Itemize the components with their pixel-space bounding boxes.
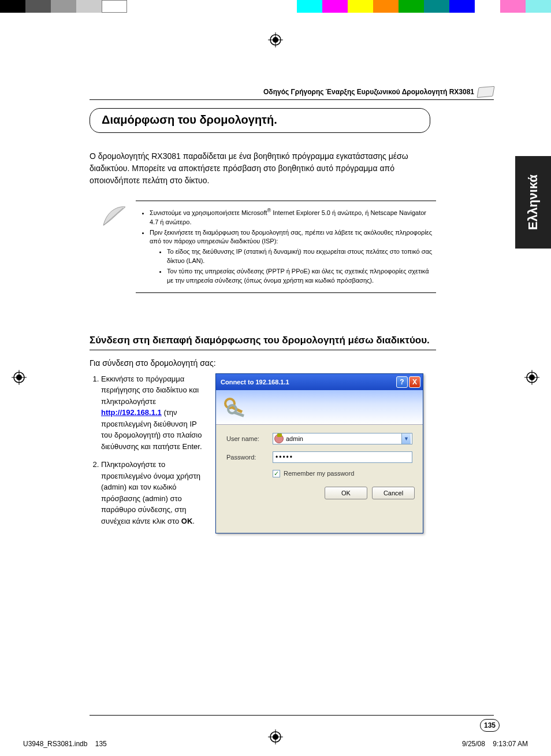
password-field[interactable]: ••••• xyxy=(273,451,412,463)
connect-intro: Για σύνδεση στο δρομολογητή σας: xyxy=(90,358,494,368)
section-title: Διαμόρφωση του δρομολογητή. xyxy=(90,108,430,133)
registration-mark-icon xyxy=(524,370,539,385)
intro-paragraph: Ο δρομολογητής RX3081 παραδίδεται με ένα… xyxy=(90,150,436,187)
cancel-button[interactable]: Cancel xyxy=(372,487,415,499)
username-field[interactable]: admin ▼ xyxy=(273,433,412,444)
print-colorbar-left xyxy=(0,0,127,13)
login-dialog: Connect to 192.168.1.1 ? X User name: ad… xyxy=(215,373,423,534)
step-1: Εκκινήστε το πρόγραμμα περιήγησης στο δι… xyxy=(101,373,205,453)
dialog-banner xyxy=(216,390,423,425)
note-subbullet-1: Το είδος της διεύθυνσης IP (στατική ή δυ… xyxy=(167,247,436,266)
password-label: Password: xyxy=(226,454,273,461)
feather-icon xyxy=(101,205,126,228)
footer-pagenum: 135 xyxy=(95,740,107,748)
note-bullet-1: Συνιστούμε να χρησιμοποιήσετε Microsoft®… xyxy=(150,207,436,227)
username-value: admin xyxy=(286,435,401,442)
language-tab-label: Ελληνικά xyxy=(526,175,541,230)
remember-label: Remember my password xyxy=(284,470,354,477)
language-tab: Ελληνικά xyxy=(515,156,551,249)
registration-mark-icon xyxy=(268,32,283,47)
registration-mark-icon xyxy=(12,370,27,385)
footer-filename: U3948_RS3081.indb xyxy=(23,740,87,748)
page-number: 135 xyxy=(480,719,500,732)
subsection-title: Σύνδεση στη διεπαφή διαμόρφωσης του δρομ… xyxy=(90,333,436,350)
steps-list: Εκκινήστε το πρόγραμμα περιήγησης στο δι… xyxy=(90,373,205,534)
username-label: User name: xyxy=(226,435,273,442)
step-2: Πληκτρολογήστε το προεπιλεγμένο όνομα χρ… xyxy=(101,459,205,527)
dialog-title: Connect to 192.168.1.1 xyxy=(221,379,395,386)
note-block: Συνιστούμε να χρησιμοποιήσετε Microsoft®… xyxy=(136,201,436,293)
keys-icon xyxy=(223,395,246,418)
router-url-link[interactable]: http://192.168.1.1 xyxy=(101,408,162,417)
ok-button[interactable]: OK xyxy=(325,487,367,499)
note-subbullet-2: Τον τύπο της υπηρεσίας σύνδεσης (PPTP ή … xyxy=(167,267,436,286)
user-icon xyxy=(274,434,284,443)
close-button[interactable]: X xyxy=(409,376,420,388)
document-footer: U3948_RS3081.indb 135 9/25/08 9:13:07 AM xyxy=(23,740,528,748)
print-colorbar-right xyxy=(297,0,551,13)
note-bullet-2: Πριν ξεκινήσετε τη διαμόρφωση του δρομολ… xyxy=(150,228,436,286)
device-icon xyxy=(476,86,494,98)
checkbox-icon[interactable]: ✓ xyxy=(273,470,280,477)
footer-time: 9:13:07 AM xyxy=(493,740,528,748)
header-text: Οδηγός Γρήγορης Έναρξης Ευρυζωνικού Δρομ… xyxy=(90,88,474,96)
chevron-down-icon[interactable]: ▼ xyxy=(401,433,411,444)
dialog-titlebar[interactable]: Connect to 192.168.1.1 ? X xyxy=(216,374,423,390)
page-header: Οδηγός Γρήγορης Έναρξης Ευρυζωνικού Δρομ… xyxy=(90,87,494,100)
page-footer-rule: 135 xyxy=(90,715,494,716)
help-button[interactable]: ? xyxy=(396,376,408,388)
remember-checkbox-row[interactable]: ✓ Remember my password xyxy=(273,470,412,477)
footer-date: 9/25/08 xyxy=(462,740,485,748)
